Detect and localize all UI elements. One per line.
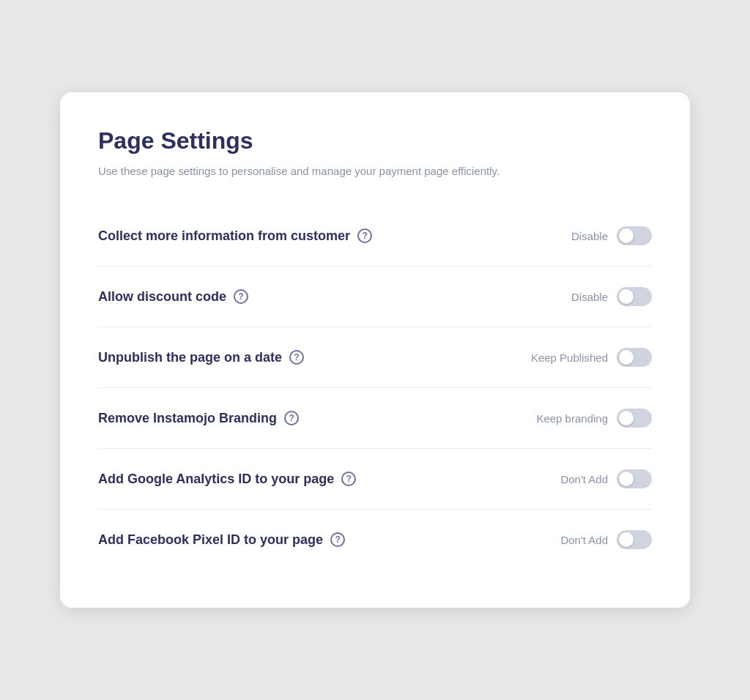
toggle-facebook-pixel[interactable] (617, 530, 652, 549)
toggle-slider-collect-info (617, 226, 652, 245)
setting-label-discount-code: Allow discount code ? (98, 289, 248, 305)
setting-label-unpublish-date: Unpublish the page on a date ? (98, 350, 304, 365)
setting-text-facebook-pixel: Add Facebook Pixel ID to your page (98, 532, 323, 548)
setting-row-remove-branding: Remove Instamojo Branding ? Keep brandin… (98, 388, 652, 449)
toggle-slider-unpublish-date (617, 348, 652, 367)
toggle-slider-discount-code (617, 287, 652, 306)
control-label-unpublish-date: Keep Published (531, 351, 608, 364)
setting-text-collect-info: Collect more information from customer (98, 228, 350, 244)
setting-label-remove-branding: Remove Instamojo Branding ? (98, 411, 299, 426)
setting-label-collect-info: Collect more information from customer ? (98, 228, 372, 244)
toggle-collect-info[interactable] (617, 226, 652, 245)
setting-row-facebook-pixel: Add Facebook Pixel ID to your page ? Don… (98, 510, 652, 570)
setting-row-collect-info: Collect more information from customer ?… (98, 206, 652, 267)
setting-label-google-analytics: Add Google Analytics ID to your page ? (98, 472, 356, 487)
page-settings-card: Page Settings Use these page settings to… (60, 92, 690, 608)
toggle-google-analytics[interactable] (617, 469, 652, 488)
control-label-google-analytics: Don't Add (560, 473, 608, 485)
setting-control-unpublish-date: Keep Published (531, 348, 652, 367)
setting-text-discount-code: Allow discount code (98, 289, 226, 305)
help-icon-collect-info[interactable]: ? (357, 228, 372, 243)
setting-text-remove-branding: Remove Instamojo Branding (98, 411, 277, 426)
toggle-slider-google-analytics (617, 469, 652, 488)
setting-control-google-analytics: Don't Add (560, 469, 652, 488)
control-label-collect-info: Disable (571, 230, 608, 242)
toggle-remove-branding[interactable] (617, 409, 652, 428)
setting-label-facebook-pixel: Add Facebook Pixel ID to your page ? (98, 532, 345, 548)
toggle-discount-code[interactable] (617, 287, 652, 306)
help-icon-remove-branding[interactable]: ? (284, 411, 299, 425)
control-label-facebook-pixel: Don't Add (560, 534, 608, 546)
settings-list: Collect more information from customer ?… (98, 206, 652, 570)
page-title: Page Settings (98, 127, 652, 154)
setting-text-google-analytics: Add Google Analytics ID to your page (98, 472, 334, 487)
help-icon-discount-code[interactable]: ? (234, 289, 248, 304)
help-icon-google-analytics[interactable]: ? (341, 472, 356, 486)
setting-control-collect-info: Disable (571, 226, 652, 245)
control-label-discount-code: Disable (571, 291, 608, 303)
setting-row-google-analytics: Add Google Analytics ID to your page ? D… (98, 449, 652, 510)
help-icon-unpublish-date[interactable]: ? (289, 350, 304, 365)
setting-row-unpublish-date: Unpublish the page on a date ? Keep Publ… (98, 327, 652, 388)
setting-control-remove-branding: Keep branding (536, 409, 652, 428)
setting-control-discount-code: Disable (571, 287, 652, 306)
page-subtitle: Use these page settings to personalise a… (98, 163, 652, 180)
setting-control-facebook-pixel: Don't Add (560, 530, 652, 549)
setting-text-unpublish-date: Unpublish the page on a date (98, 350, 282, 365)
toggle-unpublish-date[interactable] (617, 348, 652, 367)
setting-row-discount-code: Allow discount code ? Disable (98, 267, 652, 327)
help-icon-facebook-pixel[interactable]: ? (330, 532, 345, 547)
toggle-slider-remove-branding (617, 409, 652, 428)
control-label-remove-branding: Keep branding (536, 412, 608, 425)
toggle-slider-facebook-pixel (617, 530, 652, 549)
